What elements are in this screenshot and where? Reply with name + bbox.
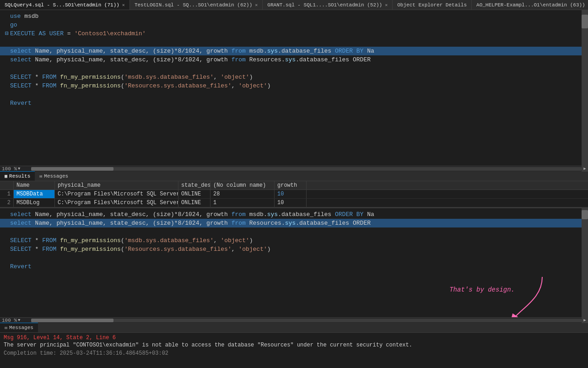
code-line: go [0, 21, 588, 29]
code-line-highlighted: select Name, physical_name, state_desc, … [0, 47, 588, 55]
tab-object-explorer[interactable]: Object Explorer Details [393, 0, 472, 10]
close-icon[interactable]: ✕ [122, 2, 125, 8]
header-growth: growth [275, 181, 307, 189]
cell-row-num: 2 [0, 199, 14, 207]
code-line [0, 38, 588, 47]
code-line: SELECT * FROM fn_my_permissions('Resourc… [0, 81, 588, 90]
code-line [0, 297, 588, 306]
code-line [0, 280, 588, 288]
messages-tab-label: Messages [44, 173, 68, 179]
cell-row-num: 1 [0, 190, 14, 198]
tab-label: AO_HELPER-Exampl...O1\entadmin (63)) [476, 2, 585, 8]
hscroll-track-bottom[interactable] [31, 319, 582, 322]
code-line: Revert [0, 99, 588, 108]
cell-state: ONLINE [178, 199, 210, 207]
code-line: SELECT * FROM fn_my_permissions('Resourc… [0, 245, 588, 254]
bottom-editor: select Name, physical_name, state_desc, … [0, 207, 588, 317]
cell-noname: 1 [210, 199, 275, 207]
cell-name: MSDBData [14, 190, 55, 198]
scroll-right-icon[interactable]: ▶ [582, 166, 588, 172]
code-line: SELECT * FROM fn_my_permissions('msdb.sy… [0, 73, 588, 81]
results-tab-bar: ▦ Results ✉ Messages [0, 171, 588, 181]
results-grid: Name physical_name state_desc (No column… [0, 181, 588, 207]
tab-sqlquery4[interactable]: SQLQuery4.sql - S...SO1\entadmin (71)) ✕ [0, 0, 130, 10]
code-line: use msdb [0, 12, 588, 21]
code-line: SELECT * FROM fn_my_permissions('msdb.sy… [0, 236, 588, 245]
hscroll-track[interactable] [31, 167, 582, 171]
scroll-right-bottom[interactable]: ▶ [582, 318, 588, 323]
code-line [0, 134, 588, 142]
cell-state: ONLINE [178, 190, 210, 198]
error-code: Msg 916, Level 14, State 2, Line 6 [4, 335, 584, 341]
msg-icon: ✉ [39, 173, 42, 179]
top-hscrollbar[interactable]: 100 % ▼ ▶ [0, 166, 588, 171]
code-line [0, 116, 588, 125]
tab-bar: SQLQuery4.sql - S...SO1\entadmin (71)) ✕… [0, 0, 588, 10]
header-state-desc: state_desc [178, 181, 210, 189]
cell-name: MSDBLog [14, 199, 55, 207]
results-tab-label: Results [9, 173, 30, 179]
code-line: Revert [0, 262, 588, 271]
cell-physical-name: C:\Program Files\Microsoft SQL Server\MS… [55, 199, 178, 207]
close-icon[interactable]: ✕ [255, 2, 258, 8]
grid-icon: ▦ [5, 173, 7, 179]
messages-label: Messages [9, 325, 33, 330]
bottom-hscrollbar[interactable]: 100 % ▼ ▶ [0, 317, 588, 323]
messages-tab-bar: ✉ Messages [0, 323, 588, 333]
code-line: select Name, physical_name, state_desc, … [0, 210, 588, 219]
tab-ao-helper[interactable]: AO_HELPER-Exampl...O1\entadmin (63)) [472, 0, 588, 10]
close-icon[interactable]: ✕ [385, 2, 388, 8]
code-line [0, 90, 588, 99]
zoom-label[interactable]: 100 % ▼ [2, 166, 20, 172]
table-row[interactable]: 1 MSDBData C:\Program Files\Microsoft SQ… [0, 190, 588, 199]
hscroll-thumb[interactable] [31, 167, 113, 171]
tab-grant[interactable]: GRANT.sql - SQL1....SO1\entadmin (52)) ✕ [263, 0, 393, 10]
scrollbar-thumb[interactable] [582, 15, 588, 28]
code-line [0, 227, 588, 236]
vertical-scrollbar[interactable] [582, 10, 588, 166]
tab-label: Object Explorer Details [397, 2, 467, 8]
messages-pane: ✉ Messages Msg 916, Level 14, State 2, L… [0, 323, 588, 358]
scrollbar-thumb[interactable] [582, 210, 588, 219]
code-line [0, 125, 588, 134]
code-line [0, 288, 588, 297]
tab-results[interactable]: ▦ Results [0, 171, 35, 181]
tab-label: TestLOGIN.sql - SQ...SO1\entadmin (62)) [135, 2, 252, 8]
code-line: ⊟ EXECUTE AS USER = 'Contoso1\exchadmin' [0, 29, 588, 38]
completion-time: Completion time: 2025-03-24T11:36:16.486… [4, 350, 584, 357]
tab-messages-results[interactable]: ✉ Messages [35, 171, 73, 181]
vertical-scrollbar-bottom[interactable] [582, 208, 588, 317]
code-line [0, 271, 588, 280]
cell-noname: 28 [210, 190, 275, 198]
cell-growth: 10 [275, 199, 307, 207]
header-name: Name [14, 181, 55, 189]
code-line: select Name, physical_name, state_desc, … [0, 55, 588, 64]
zoom-label-bottom[interactable]: 100 % ▼ [2, 318, 20, 323]
code-line [0, 254, 588, 262]
cell-physical-name: C:\Program Files\Microsoft SQL Server\MS… [55, 190, 178, 198]
cell-growth: 10 [275, 190, 307, 198]
header-num [0, 181, 14, 189]
error-message: The server principal "CONTOSO1\exchadmin… [4, 342, 584, 348]
messages-content: Msg 916, Level 14, State 2, Line 6 The s… [0, 333, 588, 358]
code-line [0, 64, 588, 73]
header-noname: (No column name) [210, 181, 275, 189]
msg-tab-icon: ✉ [5, 325, 7, 330]
tab-messages[interactable]: ✉ Messages [0, 323, 38, 332]
hscroll-thumb-bottom[interactable] [31, 319, 113, 322]
tab-label: GRANT.sql - SQL1....SO1\entadmin (52)) [267, 2, 382, 8]
code-line [0, 108, 588, 116]
header-physical-name: physical_name [55, 181, 178, 189]
grid-header-row: Name physical_name state_desc (No column… [0, 181, 588, 190]
tab-label: SQLQuery4.sql - S...SO1\entadmin (71)) [5, 2, 119, 8]
table-row[interactable]: 2 MSDBLog C:\Program Files\Microsoft SQL… [0, 199, 588, 207]
tab-testlogin[interactable]: TestLOGIN.sql - SQ...SO1\entadmin (62)) … [130, 0, 263, 10]
code-line-highlighted: select Name, physical_name, state_desc, … [0, 219, 588, 227]
top-editor: use msdb go ⊟ EXECUTE AS USER = 'Contoso… [0, 10, 588, 166]
